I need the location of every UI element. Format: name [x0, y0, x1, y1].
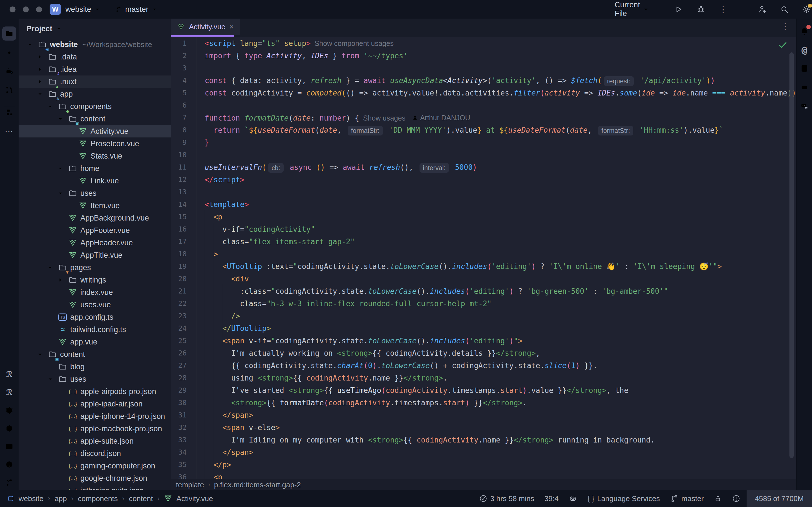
code-line-14[interactable]: <template> [205, 198, 249, 211]
more-tools[interactable]: ⋯ [2, 124, 16, 138]
code-line-5[interactable]: const codingActivity = computed(() => ac… [205, 87, 796, 99]
editor-scrollbar[interactable] [790, 52, 794, 458]
tree-row-app.config.ts[interactable]: TSapp.config.ts [18, 311, 171, 323]
code-line-2[interactable]: import { type Activity, IDEs } from '~~/… [205, 50, 408, 62]
tab-activity-vue[interactable]: Activity.vue × [171, 18, 240, 35]
tree-row-apple-macbook-pro.json[interactable]: {…}apple-macbook-pro.json [18, 422, 171, 435]
project-switcher[interactable]: website [65, 0, 100, 18]
version-control-tool[interactable] [2, 475, 16, 490]
status-crumb-website[interactable]: website [18, 494, 43, 503]
code-line-8[interactable]: return `${useDateFormat(date, formatStr:… [205, 124, 723, 136]
code-line-19[interactable]: <UTooltip :text="codingActivity.state.to… [205, 260, 722, 273]
devtools-tool[interactable] [2, 421, 16, 436]
code-line-20[interactable]: <div [205, 273, 249, 285]
code-viewport[interactable]: 1<script lang="ts" setup> Show component… [171, 37, 796, 479]
chat-plugin[interactable] [797, 99, 811, 113]
tree-row-gaming-computer.json[interactable]: {…}gaming-computer.json [18, 460, 171, 472]
tree-row-apple-iphone-14-pro.json[interactable]: {…}apple-iphone-14-pro.json [18, 410, 171, 422]
window-controls[interactable] [10, 6, 42, 12]
tree-row-uses[interactable]: uses [18, 373, 171, 385]
tree-row-.nuxt[interactable]: ▲.nuxt [18, 75, 171, 88]
code-line-32[interactable]: <span v-else> [205, 421, 280, 434]
tree-row-apple-ipad-air.json[interactable]: {…}apple-ipad-air.json [18, 398, 171, 410]
tree-row-proseicon.vue[interactable]: ProseIcon.vue [18, 137, 171, 150]
notifications[interactable] [797, 24, 811, 38]
more-actions-icon[interactable]: ⋮ [719, 4, 727, 14]
chevron-collapsed-icon[interactable] [37, 54, 43, 60]
status-crumb-content[interactable]: content [129, 494, 153, 503]
close-tab-icon[interactable]: × [230, 22, 234, 31]
chevron-expanded-icon[interactable] [47, 376, 53, 382]
language-services[interactable]: { }Language Services [587, 494, 660, 503]
code-line-9[interactable]: } [205, 136, 209, 149]
tree-row-activity.vue[interactable]: Activity.vue [18, 125, 171, 137]
code-line-27[interactable]: {{ codingActivity.state.charAt(0).toLowe… [205, 359, 598, 372]
tree-row-blog[interactable]: blog [18, 360, 171, 373]
breadcrumb-tag[interactable]: template [176, 481, 204, 489]
code-line-1[interactable]: <script lang="ts" setup> Show component … [205, 37, 394, 50]
tree-row-apple-airpods-pro.json[interactable]: {…}apple-airpods-pro.json [18, 385, 171, 398]
status-breadcrumbs[interactable]: website›app›components›content›Activity.… [0, 494, 213, 503]
project-panel-header[interactable]: Project [27, 22, 62, 35]
search-icon[interactable] [780, 5, 789, 14]
time-tracker[interactable]: 3 hrs 58 mins [479, 494, 534, 503]
settings-gear-icon[interactable] [802, 5, 811, 14]
code-line-26[interactable]: I'm actually working on <strong>{{ codin… [205, 347, 540, 359]
breadcrumb-element[interactable]: p.flex.md:items-start.gap-2 [214, 481, 301, 489]
tree-row-components[interactable]: ◆components [18, 100, 171, 113]
r-terminal-tool[interactable]: ℛ [2, 385, 16, 399]
tree-row-pages[interactable]: ▼pages [18, 262, 171, 274]
database-tool[interactable] [797, 61, 811, 75]
code-line-11[interactable]: useIntervalFn(cb: async () => await refr… [205, 161, 477, 173]
tree-row-stats.vue[interactable]: Stats.vue [18, 150, 171, 162]
code-line-24[interactable]: </UTooltip> [205, 322, 271, 335]
tree-row-item.vue[interactable]: Item.vue [18, 200, 171, 212]
tree-row-apptitle.vue[interactable]: AppTitle.vue [18, 249, 171, 262]
chevron-expanded-icon[interactable] [27, 41, 33, 48]
code-line-21[interactable]: :class="codingActivity.state.toLowerCase… [205, 285, 668, 297]
inspections-ok-icon[interactable] [777, 40, 788, 51]
tab-list-more-icon[interactable]: ⋮ [781, 21, 790, 31]
code-line-30[interactable]: <strong>{{ formatDate(codingActivity.tim… [205, 397, 527, 409]
code-line-34[interactable]: </span> [205, 446, 253, 459]
tree-row-link.vue[interactable]: Link.vue [18, 175, 171, 187]
status-crumb-app[interactable]: app [54, 494, 66, 503]
tree-row-uses[interactable]: uses [18, 187, 171, 200]
editor-area[interactable]: Activity.vue × ⋮ 1<script lang="ts" setu… [171, 18, 796, 490]
tree-row-google-chrome.json[interactable]: {…}google-chrome.json [18, 472, 171, 485]
assistant-plugin[interactable] [797, 80, 811, 94]
tree-row-discord.json[interactable]: {…}discord.json [18, 447, 171, 460]
tree-row-.idea[interactable]: IJ.idea [18, 63, 171, 75]
code-line-17[interactable]: class="flex items-start gap-2" [205, 235, 355, 248]
chevron-expanded-icon[interactable] [57, 190, 63, 196]
memory-indicator[interactable]: 4585 of 7700M [747, 490, 812, 507]
code-line-35[interactable]: </p> [205, 459, 231, 471]
tree-row-app.vue[interactable]: app.vue [18, 336, 171, 348]
code-line-7[interactable]: function formatDate(date: number) { Show… [205, 112, 470, 124]
code-line-22[interactable]: class="h-3 w-3 inline-flex rounded-full … [205, 297, 492, 310]
chevron-collapsed-icon[interactable] [37, 66, 43, 72]
code-line-18[interactable]: > [205, 248, 218, 260]
tree-row-appfooter.vue[interactable]: AppFooter.vue [18, 224, 171, 237]
tree-row-index.vue[interactable]: index.vue [18, 286, 171, 298]
code-author-annotation[interactable]: Arthur DANJOU [412, 112, 470, 124]
tree-row-content[interactable]: ▣content [18, 113, 171, 125]
code-line-16[interactable]: v-if="codingActivity" [205, 223, 315, 235]
r-console-tool[interactable]: ℛ [2, 367, 16, 381]
project-tool[interactable] [2, 26, 16, 41]
run-icon[interactable] [674, 5, 683, 14]
git-branch-widget[interactable]: master [670, 494, 704, 503]
tree-row-tailwind.config.ts[interactable]: ≈tailwind.config.ts [18, 323, 171, 336]
tree-row-app[interactable]: Aapp [18, 88, 171, 100]
code-line-12[interactable]: </script> [205, 173, 245, 186]
graphql-tool[interactable] [2, 403, 16, 417]
chevron-expanded-icon[interactable] [47, 103, 53, 110]
chevron-expanded-icon[interactable] [37, 351, 43, 357]
chevron-expanded-icon[interactable] [57, 116, 63, 122]
debug-icon[interactable] [696, 5, 705, 14]
tree-row-website[interactable]: ◉website~/Workspace/website [18, 38, 171, 51]
code-line-4[interactable]: const { data: activity, refresh } = awai… [205, 74, 715, 87]
code-line-25[interactable]: <span v-if="codingActivity.state.toLower… [205, 335, 522, 347]
pull-requests-tool[interactable] [2, 83, 16, 97]
code-line-23[interactable]: /> [205, 310, 240, 322]
